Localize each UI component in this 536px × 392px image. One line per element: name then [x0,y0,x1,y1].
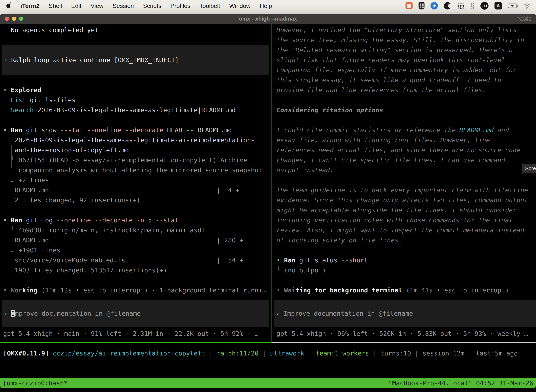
screenshot-indicator[interactable] [406,2,412,9]
text-segment: However, I noticed the "Directory Struct… [277,26,517,33]
text-segment: session:12m [422,350,464,357]
text-segment: › [276,310,283,317]
text-segment: | 54 + [217,257,243,264]
text-segment: Improve documentation in @filename [283,310,413,317]
iterm-window: omx --xhigh --madmax ⌥⌘1 └ No agents com… [0,14,536,388]
menu-item-profiles[interactable]: Profiles [170,2,190,9]
menu-item-session[interactable]: Session [113,2,134,9]
text-segment: README.md [3,187,49,194]
text-segment: (no output) [284,267,326,274]
text-segment: references need actual files, and since … [277,146,520,154]
text-segment: No agents completed yet [11,26,98,33]
text-segment: this single essay, it seems like a good … [277,76,501,84]
left-prompt-input[interactable]: › Improve documentation in @filename [2,300,269,327]
menu-item-toolbelt[interactable]: Toolbelt [200,2,220,9]
git-show-command-line: • Ran git show --stat --oneline --decora… [3,125,272,135]
right-prompt-input[interactable]: › Improve documentation in @filename [274,300,536,327]
text-segment [49,237,217,244]
text-segment: git [26,217,38,224]
right-pane[interactable]: However, I noticed the "Directory Struct… [273,24,536,343]
text-segment: and-the-erosion-of-copyleft.md [14,146,129,154]
reasoning-heading: Considering citation options [277,105,536,115]
text-segment: 2 files changed, 92 insertions(+) [14,196,140,204]
menu-item-app[interactable]: iTerm2 [20,2,40,9]
keyboard-a-icon[interactable]: A [494,2,502,9]
text-segment: the "Related research writing" section i… [277,46,513,54]
window-title: omx --xhigh --madmax [0,16,536,22]
menu-item-shell[interactable]: Shell [49,2,62,9]
text-segment: -- [186,126,194,134]
omx-status-area: [OMX#0.11.9] cczip/essay/ai-reimplementa… [0,343,536,378]
text-segment: essay file, along with finding root file… [277,136,490,144]
text-segment: • [3,126,11,134]
text-segment: 1903 files changed, 513517 insertions(+) [14,267,167,274]
text-segment: src/voice/voiceModeEnabled.ts [3,257,125,264]
battery-icon[interactable] [508,4,517,8]
reasoning-paragraph-2: I could cite commit statistics or refere… [277,125,536,175]
text-segment: I [11,310,15,317]
pie-icon[interactable] [444,2,451,9]
text-segment: (11m 13s • esc to interrupt) · 1 backgro… [38,287,266,294]
menu-item-window[interactable]: Window [229,2,251,9]
text-segment: README.md [194,126,232,134]
menu-item-view[interactable]: View [91,2,103,9]
verified-badge-icon[interactable] [431,2,438,9]
text-segment: › [4,310,11,317]
text-segment: └ [3,227,19,234]
tmux-window-name[interactable]: [omx-cczip0:bash* [3,379,67,387]
text-segment: cczip/essay/ai-reimplementation-copyleft [53,350,205,357]
ralph-injected-prompt: › Ralph loop active continue [OMX_TMUX_I… [4,55,179,65]
text-segment: | 4 + [217,187,239,194]
menu-item-edit[interactable]: Edit [71,2,81,9]
text-segment: companion file, especially if more comme… [277,66,517,74]
text-segment: status [311,257,341,264]
squiggle-icon[interactable]: § [471,1,474,10]
usage-61-badge[interactable]: ..61 [480,2,488,10]
text-segment: 4b9d30f (origin/main, instructkr/main, m… [19,227,205,234]
text-segment: • [3,287,11,294]
pie-cutout [448,4,451,8]
text-segment: └ [3,156,19,164]
text-segment: README.md [459,126,494,134]
text-segment: └ [3,26,11,33]
text-segment: provide file and line references from th… [277,86,486,93]
text-segment: ting for background terminal [295,287,402,294]
text-segment: • [3,86,11,93]
wifi-icon[interactable] [523,3,531,9]
text-segment [3,107,11,114]
left-pane[interactable]: └ No agents completed yet › Ralph loop a… [0,24,272,343]
text-segment [3,167,19,174]
apple-menu-icon[interactable] [6,2,13,10]
text-segment [3,267,14,274]
window-titlebar[interactable]: omx --xhigh --madmax ⌥⌘1 [0,14,536,24]
text-segment [22,126,26,134]
text-segment: git [299,257,311,264]
text-segment: Ran [284,257,295,264]
menu-item-scripts[interactable]: Scripts [143,2,161,9]
text-segment: | [411,350,422,357]
left-model-status-line: gpt-5.4 xhigh · main · 91% left · 2.31M … [3,329,272,339]
text-segment: might be acceptable alongside the file l… [277,206,517,214]
screenshot-indicator-inner [407,4,411,8]
right-model-status-line: gpt-5.4 xhigh · 96% left · 520K in · 5.8… [277,329,536,339]
tree-guide-line [11,145,12,168]
text-segment: README.md [3,237,49,244]
text-segment: 5 [144,217,156,224]
git-log-output-line-5: 1903 files changed, 513517 insertions(+) [3,265,272,275]
menu-item-help[interactable]: Help [260,2,272,9]
text-segment: 2026-03-09-is-legal-the-same-as-legitima… [14,136,255,144]
omx-status-line: [OMX#0.11.9] cczip/essay/ai-reimplementa… [3,348,536,358]
git-log-command-line: • Ran git log --oneline --decorate -n 5 … [3,215,272,225]
text-segment: | [258,350,270,357]
dots-grid-icon[interactable] [457,2,464,9]
text-segment: --short [341,257,368,264]
right-prompt-text: › Improve documentation in @filename [276,308,413,318]
text-segment: | [369,350,381,357]
screen-share-badge[interactable]: Scre [522,164,536,173]
shield-grid-icon[interactable] [419,2,425,9]
text-segment: 2026-03-09-is-legal-the-same-as-legitima… [34,107,236,114]
text-segment [3,136,14,144]
ralph-injected-prompt-box[interactable]: › Ralph loop active continue [OMX_TMUX_I… [2,45,269,75]
text-segment: git ls-files [26,96,76,104]
git-show-wrap-line-1: 2026-03-09-is-legal-the-same-as-legitima… [3,135,272,145]
